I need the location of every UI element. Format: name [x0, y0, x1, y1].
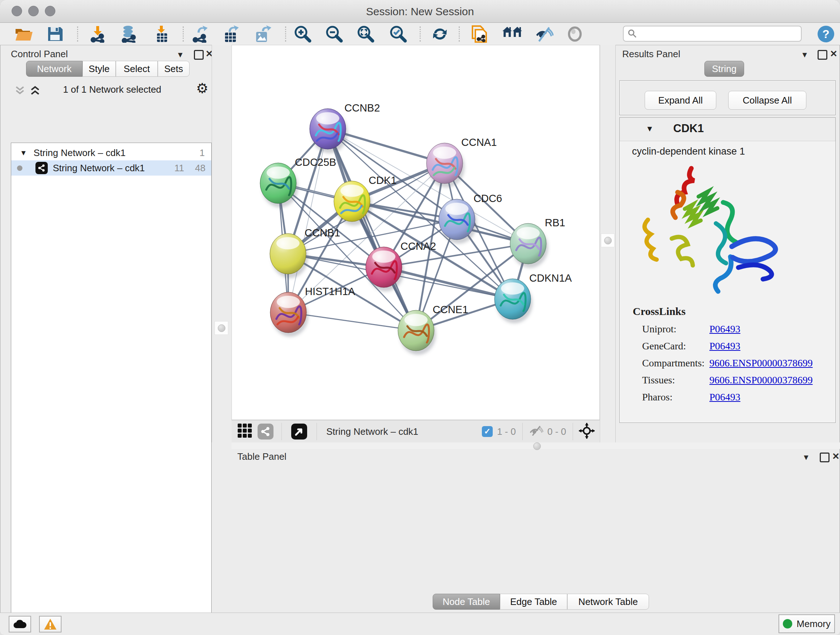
crosslink-genecard[interactable]: P06493 [709, 337, 813, 355]
save-session-icon[interactable] [47, 26, 64, 42]
separator [523, 423, 523, 440]
tab-node-table[interactable]: Node Table [433, 594, 500, 610]
tab-sets[interactable]: Sets [158, 61, 189, 77]
title-bar: Session: New Session [0, 0, 840, 23]
table-panel-title: Table Panel [237, 451, 286, 462]
toolbar-separator [285, 27, 286, 42]
results-panel-title: Results Panel [622, 49, 680, 60]
left-splitter-handle[interactable] [215, 321, 228, 335]
close-panel-icon[interactable]: ✕ [832, 451, 840, 462]
horizontal-splitter[interactable] [232, 442, 840, 449]
node-RB1[interactable]: RB1 [510, 217, 565, 268]
network-share-view-icon[interactable] [257, 424, 273, 440]
hidden-items-eye-icon[interactable] [529, 425, 544, 438]
memory-status-icon [783, 619, 792, 629]
node-CCNB1[interactable]: CCNB1 [270, 227, 340, 278]
right-splitter[interactable] [600, 45, 616, 442]
node-CCNE1[interactable]: CCNE1 [398, 304, 468, 355]
collection-count: 1 [200, 147, 205, 158]
separator [281, 423, 282, 440]
export-network-icon[interactable] [191, 26, 210, 42]
zoom-out-icon[interactable] [325, 26, 343, 42]
node-label-CCNA2: CCNA2 [401, 241, 436, 252]
float-panel-icon[interactable]: ▾ [804, 452, 808, 462]
results-actions-box: Expand All Collapse All [619, 80, 836, 115]
export-table-icon[interactable] [222, 26, 241, 42]
node-label-HIST1H1A: HIST1H1A [305, 286, 355, 297]
detach-view-icon[interactable] [291, 424, 307, 440]
float-panel-icon[interactable]: ▾ [178, 49, 183, 60]
collection-expander-icon[interactable]: ▼ [20, 149, 27, 157]
birds-eye-view-icon[interactable] [579, 423, 595, 440]
import-network-icon[interactable] [89, 26, 107, 42]
node-HIST1H1A[interactable]: HIST1H1A [270, 286, 355, 337]
tab-string[interactable]: String [704, 61, 744, 77]
import-network-from-database-icon[interactable] [119, 26, 138, 42]
expand-all-button[interactable]: Expand All [645, 91, 716, 110]
close-panel-icon[interactable]: ✕ [830, 49, 837, 59]
node-label-CDC6: CDC6 [474, 193, 502, 204]
expand-all-networks-icon[interactable] [29, 86, 41, 98]
node-CDKN1A[interactable]: CDKN1A [494, 272, 572, 323]
toolbar-separator [77, 27, 78, 42]
warnings-button[interactable] [39, 616, 62, 632]
hide-panels-eye-icon[interactable] [535, 26, 554, 42]
right-splitter-handle[interactable] [601, 233, 615, 247]
table-panel: Table Panel ▾ ✕ ⚙ f(x) shared namenameca… [232, 449, 840, 613]
gene-expander-icon[interactable]: ▼ [646, 124, 654, 134]
tab-select[interactable]: Select [116, 61, 158, 77]
memory-button[interactable]: Memory [778, 614, 835, 633]
float-panel-icon[interactable]: ▾ [802, 49, 807, 60]
window-title: Session: New Session [0, 5, 840, 18]
toolbar-separator [183, 27, 184, 42]
cloud-button[interactable] [9, 616, 31, 632]
zoom-in-icon[interactable] [294, 26, 312, 42]
gene-result-card: ▼ CDK1 cyclin-dependent kinase 1 [619, 117, 836, 423]
gene-description: cyclin-dependent kinase 1 [632, 146, 745, 157]
annotation-share-icon[interactable] [470, 26, 488, 42]
selected-items-checkbox-icon[interactable]: ✓ [482, 426, 493, 437]
status-bar: Memory [0, 613, 840, 635]
gene-card-header[interactable]: ▼ CDK1 [620, 118, 835, 141]
node-label-CCNB2: CCNB2 [344, 102, 380, 114]
import-table-icon[interactable] [153, 26, 171, 42]
tab-network-table[interactable]: Network Table [567, 594, 649, 610]
warning-icon [43, 618, 57, 630]
open-session-icon[interactable] [14, 26, 33, 42]
maximize-panel-icon[interactable] [820, 453, 829, 462]
left-splitter[interactable] [212, 45, 232, 442]
crosslink-label: Uniprot: [642, 320, 705, 337]
network-canvas[interactable]: CCNB2CCNA1CDC25BCDK1CDC6RB1CCNB1CCNA2CDK… [232, 45, 600, 420]
grid-view-icon[interactable] [237, 423, 253, 440]
cytoscape-window: Session: New Session [0, 0, 840, 635]
crosslink-uniprot[interactable]: P06493 [709, 320, 813, 337]
separator [317, 423, 317, 440]
collapse-all-networks-icon[interactable] [14, 86, 26, 98]
show-eye-icon[interactable] [566, 26, 584, 42]
tab-network[interactable]: Network [26, 61, 82, 77]
network-selection-status: 1 of 1 Network selected [47, 84, 177, 95]
maximize-panel-icon[interactable] [194, 50, 204, 60]
node-label-CCNE1: CCNE1 [433, 304, 468, 315]
homes-icon[interactable] [502, 26, 523, 42]
zoom-fit-icon[interactable] [357, 26, 375, 42]
node-label-CDKN1A: CDKN1A [529, 272, 572, 284]
network-options-gear-icon[interactable]: ⚙ [196, 80, 208, 96]
network-collection-row[interactable]: ▼ String Network – cdk1 1 [11, 145, 211, 160]
crosslink-tissues[interactable]: 9606.ENSP00000378699 [709, 371, 813, 388]
memory-label: Memory [797, 618, 831, 630]
zoom-selected-icon[interactable] [389, 26, 407, 42]
node-label-CDC25B: CDC25B [295, 157, 336, 168]
crosslink-pharos[interactable]: P06493 [709, 388, 813, 405]
collapse-all-button[interactable]: Collapse All [728, 91, 806, 110]
export-image-icon[interactable] [254, 26, 273, 42]
tab-style[interactable]: Style [82, 61, 116, 77]
tab-edge-table[interactable]: Edge Table [500, 594, 567, 610]
help-icon[interactable]: ? [817, 26, 835, 42]
node-CCNB2[interactable]: CCNB2 [309, 102, 380, 153]
refresh-icon[interactable] [431, 26, 449, 42]
search-input[interactable] [638, 28, 794, 40]
crosslink-compartments[interactable]: 9606.ENSP00000378699 [709, 355, 813, 371]
network-row[interactable]: String Network – cdk1 11 48 [11, 160, 211, 176]
maximize-panel-icon[interactable] [818, 50, 827, 60]
